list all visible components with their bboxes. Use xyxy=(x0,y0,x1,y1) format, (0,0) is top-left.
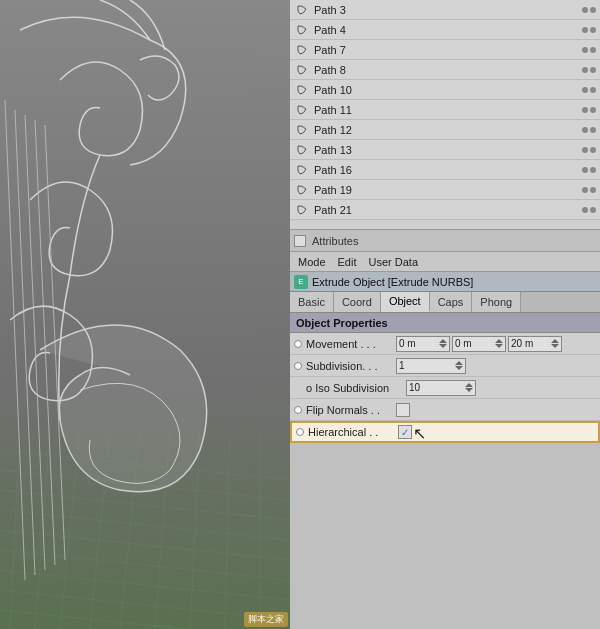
movement-label: Movement . . . xyxy=(306,338,396,350)
iso-subdivision-input: 10 xyxy=(406,380,476,396)
hierarchical-bullet xyxy=(296,428,304,436)
tab-basic[interactable]: Basic xyxy=(290,292,334,312)
flip-normals-label: Flip Normals . . xyxy=(306,404,396,416)
right-panel: Path 3Path 4Path 7Path 8Path 10Path 11Pa… xyxy=(290,0,600,629)
list-item-name-path8: Path 8 xyxy=(314,64,582,76)
list-item-name-path13: Path 13 xyxy=(314,144,582,156)
iso-subdivision-label: o Iso Subdivision xyxy=(306,382,406,394)
movement-x-input[interactable]: 0 m xyxy=(396,336,450,352)
watermark: 脚本之家 xyxy=(244,612,288,627)
menu-bar: Mode Edit User Data xyxy=(290,252,600,272)
list-item-path8[interactable]: Path 8 xyxy=(290,60,600,80)
list-item-dots-path4 xyxy=(582,27,596,33)
property-row-flip-normals: Flip Normals . . xyxy=(290,399,600,421)
list-item-path19[interactable]: Path 19 xyxy=(290,180,600,200)
flip-normals-bullet xyxy=(294,406,302,414)
list-item-dots-path7 xyxy=(582,47,596,53)
tab-coord[interactable]: Coord xyxy=(334,292,381,312)
property-row-hierarchical: Hierarchical . . ✓ ↖ xyxy=(290,421,600,443)
list-item-name-path19: Path 19 xyxy=(314,184,582,196)
list-item-dots-path13 xyxy=(582,147,596,153)
hierarchical-checkbox-field: ✓ ↖ xyxy=(398,425,412,439)
list-item-dots-path11 xyxy=(582,107,596,113)
scene-svg xyxy=(0,0,290,629)
list-item-icon-path3 xyxy=(294,2,310,18)
object-title-bar: E Extrude Object [Extrude NURBS] xyxy=(290,272,600,292)
list-item-icon-path10 xyxy=(294,82,310,98)
list-item-path7[interactable]: Path 7 xyxy=(290,40,600,60)
property-row-subdivision: Subdivision. . . 1 xyxy=(290,355,600,377)
list-item-name-path3: Path 3 xyxy=(314,4,582,16)
list-item-icon-path21 xyxy=(294,202,310,218)
movement-inputs: 0 m 0 m 20 m xyxy=(396,336,562,352)
menu-edit[interactable]: Edit xyxy=(336,256,359,268)
list-item-icon-path16 xyxy=(294,162,310,178)
movement-bullet xyxy=(294,340,302,348)
object-title: Extrude Object [Extrude NURBS] xyxy=(312,276,473,288)
list-item-name-path4: Path 4 xyxy=(314,24,582,36)
movement-y-input[interactable]: 0 m xyxy=(452,336,506,352)
hierarchical-label: Hierarchical . . xyxy=(308,426,398,438)
attributes-label: Attributes xyxy=(312,235,358,247)
flip-normals-checkbox-field xyxy=(396,403,410,417)
list-item-icon-path12 xyxy=(294,122,310,138)
list-item-dots-path21 xyxy=(582,207,596,213)
section-header: Object Properties xyxy=(290,313,600,333)
subdivision-bullet xyxy=(294,362,302,370)
list-item-icon-path7 xyxy=(294,42,310,58)
tabs-bar: Basic Coord Object Caps Phong xyxy=(290,292,600,313)
movement-z-input[interactable]: 20 m xyxy=(508,336,562,352)
list-item-icon-path8 xyxy=(294,62,310,78)
subdivision-input: 1 xyxy=(396,358,466,374)
attributes-bar: Attributes xyxy=(290,230,600,252)
list-item-icon-path11 xyxy=(294,102,310,118)
property-row-movement: Movement . . . 0 m 0 m 20 m xyxy=(290,333,600,355)
subdivision-value-input[interactable]: 1 xyxy=(396,358,466,374)
tab-phong[interactable]: Phong xyxy=(472,292,521,312)
list-item-path21[interactable]: Path 21 xyxy=(290,200,600,220)
list-item-name-path12: Path 12 xyxy=(314,124,582,136)
subdivision-label: Subdivision. . . xyxy=(306,360,396,372)
list-item-dots-path10 xyxy=(582,87,596,93)
list-item-dots-path12 xyxy=(582,127,596,133)
list-item-name-path10: Path 10 xyxy=(314,84,582,96)
list-item-name-path11: Path 11 xyxy=(314,104,582,116)
list-item-path16[interactable]: Path 16 xyxy=(290,160,600,180)
list-item-name-path21: Path 21 xyxy=(314,204,582,216)
property-row-iso-subdivision: o Iso Subdivision 10 xyxy=(290,377,600,399)
object-icon: E xyxy=(294,275,308,289)
tab-caps[interactable]: Caps xyxy=(430,292,473,312)
list-item-icon-path13 xyxy=(294,142,310,158)
list-item-dots-path19 xyxy=(582,187,596,193)
list-item-dots-path8 xyxy=(582,67,596,73)
list-item-path11[interactable]: Path 11 xyxy=(290,100,600,120)
list-item-path10[interactable]: Path 10 xyxy=(290,80,600,100)
hierarchical-checkbox[interactable]: ✓ xyxy=(398,425,412,439)
cursor-pointer: ↖ xyxy=(413,424,426,443)
list-item-path3[interactable]: Path 3 xyxy=(290,0,600,20)
list-item-name-path7: Path 7 xyxy=(314,44,582,56)
list-item-icon-path4 xyxy=(294,22,310,38)
object-list: Path 3Path 4Path 7Path 8Path 10Path 11Pa… xyxy=(290,0,600,230)
list-item-dots-path3 xyxy=(582,7,596,13)
main-container: 脚本之家 Path 3Path 4Path 7Path 8Path 10Path… xyxy=(0,0,600,629)
list-item-dots-path16 xyxy=(582,167,596,173)
list-item-path13[interactable]: Path 13 xyxy=(290,140,600,160)
list-item-name-path16: Path 16 xyxy=(314,164,582,176)
list-item-path12[interactable]: Path 12 xyxy=(290,120,600,140)
attributes-checkbox[interactable] xyxy=(294,235,306,247)
menu-user-data[interactable]: User Data xyxy=(367,256,421,268)
list-item-path4[interactable]: Path 4 xyxy=(290,20,600,40)
properties-panel: Attributes Mode Edit User Data E Extrude… xyxy=(290,230,600,629)
list-item-icon-path19 xyxy=(294,182,310,198)
viewport-3d[interactable]: 脚本之家 xyxy=(0,0,290,629)
iso-subdivision-value-input[interactable]: 10 xyxy=(406,380,476,396)
tab-object[interactable]: Object xyxy=(381,292,430,312)
flip-normals-checkbox[interactable] xyxy=(396,403,410,417)
menu-mode[interactable]: Mode xyxy=(296,256,328,268)
